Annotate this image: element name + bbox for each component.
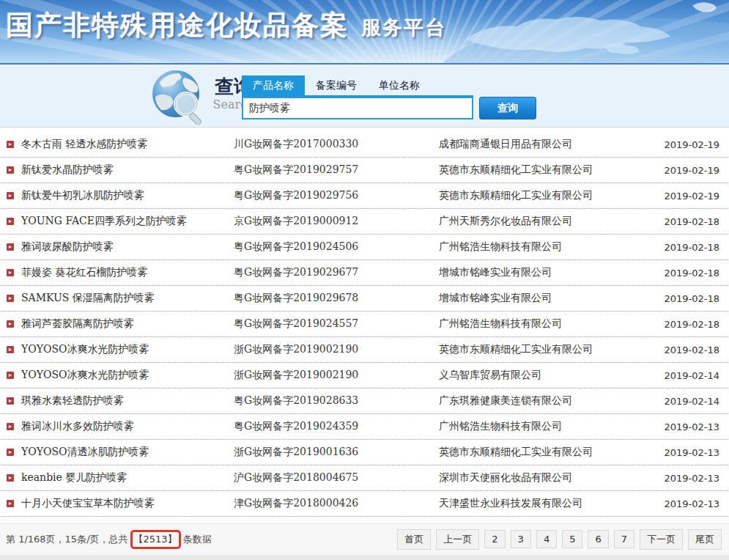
- pagination-button-5[interactable]: 5: [562, 530, 582, 548]
- company-name: 义乌智库贸易有限公司: [439, 369, 664, 382]
- product-name-link[interactable]: 新钛爱水晶防护喷雾: [21, 163, 234, 177]
- search-button[interactable]: 查询: [479, 97, 536, 119]
- product-name-link[interactable]: YOYOSO冰爽水光防护喷雾: [21, 343, 234, 356]
- search-tab-1[interactable]: 备案编号: [305, 75, 368, 95]
- search-input[interactable]: [242, 97, 473, 119]
- product-name-link[interactable]: SAMKUS 保湿隔离防护喷雾: [21, 292, 234, 305]
- company-name: 英德市东顺精细化工实业有限公司: [439, 343, 664, 356]
- company-name: 广东琪雅健康美连锁有限公司: [439, 394, 664, 408]
- pagination: 首页上一页234567下一页尾页: [392, 529, 722, 550]
- table-row: ▸雅词冰川水多效防护喷雾粤G妆网备字2019024359广州铭浩生物科技有限公司…: [1, 414, 728, 440]
- pagination-button-2[interactable]: 2: [484, 530, 505, 548]
- registration-date: 2019-02-19: [664, 139, 728, 150]
- product-name-link[interactable]: 新钛爱牛初乳冰肌防护喷雾: [21, 189, 234, 202]
- pagination-button-6[interactable]: 6: [588, 530, 608, 548]
- page-title: 国产非特殊用途化妆品备案 服务平台: [6, 7, 446, 44]
- registration-date: 2019-02-13: [664, 447, 728, 458]
- registration-date: 2019-02-18: [664, 319, 728, 330]
- registration-date: 2019-02-13: [664, 473, 728, 484]
- product-name-link[interactable]: 十月小天使宝宝草本防护喷雾: [21, 497, 234, 510]
- cosmetics-registry-page: 国产非特殊用途化妆品备案 服务平台 查询 Search: [0, 0, 729, 560]
- search-section: 查询 Search 产品名称备案编号单位名称 查询: [0, 65, 729, 128]
- row-arrow-icon: ▸: [7, 346, 14, 353]
- registration-date: 2019-02-14: [664, 396, 728, 407]
- registration-date: 2019-02-13: [664, 421, 728, 432]
- pagination-button-上一页[interactable]: 上一页: [436, 529, 479, 550]
- product-name-link[interactable]: 菲嫚姿 葵花红石榴防护喷雾: [21, 266, 234, 279]
- table-row: ▸十月小天使宝宝草本防护喷雾津G妆网备字2018000426天津盛世永业科技发展…: [1, 491, 728, 517]
- total-count-highlight-box: 【2513】: [130, 530, 181, 549]
- product-name-link[interactable]: 冬木古雨 轻透水感防护喷雾: [21, 138, 234, 151]
- registration-number: 粤G妆网备字2019028633: [234, 394, 439, 408]
- registration-number: 京G妆网备字2019000912: [234, 215, 439, 228]
- table-row: ▸冬木古雨 轻透水感防护喷雾川G妆网备字2017000330成都瑞商通银日用品有…: [1, 132, 728, 158]
- company-name: 广州铭浩生物科技有限公司: [439, 420, 664, 433]
- registration-date: 2019-02-18: [664, 268, 728, 279]
- table-row: ▸YOUNG FACE四季系列之防护喷雾京G妆网备字2019000912广州天斯…: [1, 209, 728, 235]
- pagination-button-首页[interactable]: 首页: [397, 529, 431, 550]
- registration-date: 2019-02-13: [664, 498, 728, 509]
- row-arrow-icon: ▸: [7, 141, 14, 148]
- registration-number: 粤G妆网备字2019029757: [234, 163, 439, 177]
- globe-map-decoration: [421, 0, 729, 63]
- registration-number: 粤G妆网备字2019024557: [234, 317, 439, 331]
- row-arrow-icon: ▸: [7, 423, 14, 430]
- product-name-link[interactable]: keanbie 婴儿防护喷雾: [21, 471, 234, 485]
- page-title-sub: 服务平台: [361, 16, 446, 39]
- table-row: ▸琪雅水素轻透防护喷雾粤G妆网备字2019028633广东琪雅健康美连锁有限公司…: [1, 388, 728, 414]
- registration-date: 2019-02-19: [664, 165, 728, 176]
- row-arrow-icon: ▸: [7, 320, 14, 328]
- page-title-main: 国产非特殊用途化妆品备案: [6, 10, 349, 41]
- registration-number: 川G妆网备字2017000330: [234, 138, 439, 151]
- company-name: 广州天斯秀尔化妆品有限公司: [439, 215, 664, 228]
- search-tab-2[interactable]: 单位名称: [368, 75, 431, 95]
- registration-number: 浙G妆网备字2019001636: [234, 446, 439, 459]
- registration-date: 2019-02-18: [664, 216, 728, 227]
- company-name: 英德市东顺精细化工实业有限公司: [439, 189, 664, 202]
- registration-number: 浙G妆网备字2019002190: [234, 343, 439, 356]
- row-arrow-icon: ▸: [7, 397, 14, 405]
- row-arrow-icon: ▸: [7, 192, 14, 199]
- search-block: 产品名称备案编号单位名称 查询: [242, 75, 536, 119]
- registration-number: 津G妆网备字2018000426: [234, 497, 439, 510]
- registration-date: 2019-02-18: [664, 242, 728, 253]
- pagination-button-3[interactable]: 3: [511, 530, 531, 548]
- company-name: 广州铭浩生物科技有限公司: [439, 240, 664, 254]
- pagination-button-下一页[interactable]: 下一页: [640, 529, 683, 550]
- product-name-link[interactable]: YOYOSO冰爽水光防护喷雾: [21, 369, 234, 382]
- pagination-button-7[interactable]: 7: [614, 530, 634, 548]
- page-info-prefix: 第 1/168页，15条/页，总共: [6, 533, 128, 546]
- search-row: 查询: [242, 97, 536, 119]
- company-name: 深圳市天使丽化妆品有限公司: [439, 471, 664, 485]
- registration-number: 浙G妆网备字2019002190: [234, 369, 439, 382]
- row-arrow-icon: ▸: [7, 166, 14, 174]
- table-row: ▸YOYOSO冰爽水光防护喷雾浙G妆网备字2019002190英德市东顺精细化工…: [1, 337, 728, 363]
- pagination-button-尾页[interactable]: 尾页: [688, 529, 722, 550]
- registration-number: 粤G妆网备字2019029756: [234, 189, 439, 202]
- product-name-link[interactable]: 雅词芦荟胶隔离防护喷雾: [21, 317, 234, 331]
- row-arrow-icon: ▸: [7, 474, 14, 482]
- search-tabs: 产品名称备案编号单位名称: [242, 75, 473, 97]
- registration-date: 2019-02-18: [664, 293, 728, 304]
- product-name-link[interactable]: 琪雅水素轻透防护喷雾: [21, 394, 234, 408]
- registration-number: 粤G妆网备字2019029678: [234, 292, 439, 305]
- pagination-button-4[interactable]: 4: [536, 530, 557, 548]
- page-info: 第 1/168页，15条/页，总共 【2513】 条数据: [6, 530, 212, 549]
- row-arrow-icon: ▸: [7, 269, 14, 276]
- table-row: ▸新钛爱水晶防护喷雾粤G妆网备字2019029757英德市东顺精细化工实业有限公…: [1, 158, 728, 183]
- table-row: ▸YOYOSO清透冰肌防护喷雾浙G妆网备字2019001636英德市东顺精细化工…: [1, 440, 728, 465]
- footer-bar: 第 1/168页，15条/页，总共 【2513】 条数据 首页上一页234567…: [0, 523, 729, 560]
- company-name: 天津盛世永业科技发展有限公司: [439, 497, 664, 510]
- search-globe-icon: [149, 67, 207, 125]
- registration-number: 沪G妆网备字2018004675: [234, 471, 439, 485]
- product-name-link[interactable]: YOUNG FACE四季系列之防护喷雾: [21, 215, 234, 228]
- product-name-link[interactable]: 雅词冰川水多效防护喷雾: [21, 420, 234, 433]
- company-name: 英德市东顺精细化工实业有限公司: [439, 163, 664, 177]
- table-row: ▸YOYOSO冰爽水光防护喷雾浙G妆网备字2019002190义乌智库贸易有限公…: [1, 363, 728, 388]
- product-name-link[interactable]: 雅词玻尿酸防护喷雾: [21, 240, 234, 254]
- search-tab-0[interactable]: 产品名称: [242, 75, 305, 95]
- table-row: ▸雅词玻尿酸防护喷雾粤G妆网备字2019024506广州铭浩生物科技有限公司20…: [1, 235, 728, 260]
- results-table: ▸冬木古雨 轻透水感防护喷雾川G妆网备字2017000330成都瑞商通银日用品有…: [0, 128, 729, 517]
- table-row: ▸雅词芦荟胶隔离防护喷雾粤G妆网备字2019024557广州铭浩生物科技有限公司…: [1, 312, 728, 337]
- product-name-link[interactable]: YOYOSO清透冰肌防护喷雾: [21, 446, 234, 459]
